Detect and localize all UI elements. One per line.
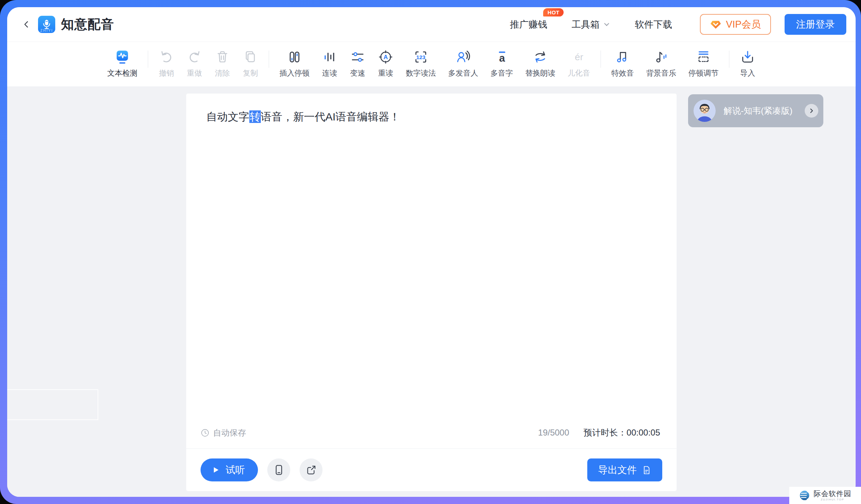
play-icon xyxy=(211,466,220,474)
tool-label: 多发音人 xyxy=(448,68,478,78)
main-area: 自动文字转语音，新一代AI语音编辑器！ 自动保存 19/5000 预计时长：00… xyxy=(7,86,856,497)
document-icon xyxy=(642,465,651,475)
svg-text:ér: ér xyxy=(575,52,583,62)
number-read-icon: 123 xyxy=(413,49,429,65)
tool-text-check[interactable]: 文本检测 xyxy=(101,49,144,78)
tool-insert-pause[interactable]: 插入停顿 xyxy=(273,49,316,78)
nav-item-promo[interactable]: 推广赚钱 HOT xyxy=(510,18,547,31)
estimated-duration: 预计时长：00:00:05 xyxy=(584,427,660,438)
ghost-panel-outline xyxy=(7,389,98,420)
tool-label: 儿化音 xyxy=(568,68,590,78)
chevron-right-icon xyxy=(808,108,815,114)
editor-text: 语音，新一代AI语音编辑器！ xyxy=(261,111,400,123)
tool-label: 导入 xyxy=(740,68,755,78)
tool-label: 多音字 xyxy=(490,68,513,78)
tool-liaison[interactable]: 连读 xyxy=(316,49,344,78)
tool-label: 变速 xyxy=(350,68,365,78)
tool-label: 数字读法 xyxy=(406,68,436,78)
redo-icon xyxy=(187,49,202,65)
logo-subtext: ZHIYI xyxy=(38,29,55,33)
tool-replace-read[interactable]: 替换朗读 xyxy=(519,49,561,78)
tool-label: 重做 xyxy=(187,68,202,78)
share-button[interactable] xyxy=(300,458,323,481)
svg-text:a: a xyxy=(499,52,505,64)
app-window: ZHIYI 知意配音 推广赚钱 HOT 工具箱 软件下载 VIP会员 注册登录 … xyxy=(7,7,856,497)
tool-label: 替换朗读 xyxy=(525,68,555,78)
back-chevron-icon xyxy=(22,20,31,29)
clock-icon xyxy=(201,428,210,437)
tool-bgm[interactable]: 背景音乐 xyxy=(640,49,682,78)
insert-pause-icon xyxy=(287,49,302,65)
export-button[interactable]: 导出文件 xyxy=(587,458,662,481)
listen-button[interactable]: 试听 xyxy=(201,458,258,481)
svg-text:A: A xyxy=(384,54,388,61)
bgm-icon xyxy=(653,49,669,65)
tool-label: 停顿调节 xyxy=(688,68,719,78)
hot-badge: HOT xyxy=(543,8,564,16)
import-icon xyxy=(740,49,756,65)
watermark: 际会软件园 ZUJIHUI.TOP xyxy=(789,487,861,504)
toolbar-divider xyxy=(601,51,601,68)
pause-adjust-icon xyxy=(696,49,711,65)
app-logo: ZHIYI xyxy=(38,16,55,33)
voice-card-chevron-button[interactable] xyxy=(805,104,818,118)
speed-icon xyxy=(350,49,366,65)
vip-gem-icon xyxy=(710,19,721,30)
tool-polyphonic[interactable]: a多音字 xyxy=(484,49,519,78)
tool-label: 重读 xyxy=(378,68,393,78)
editor-text: 自动文字 xyxy=(206,111,249,123)
tool-number-read[interactable]: 123数字读法 xyxy=(400,49,442,78)
editor-text-area[interactable]: 自动文字转语音，新一代AI语音编辑器！ xyxy=(186,94,677,422)
footer-row: 试听 导出文件 xyxy=(186,449,677,491)
watermark-title: 际会软件园 xyxy=(814,490,851,497)
nav-item-download[interactable]: 软件下载 xyxy=(635,18,672,31)
polyphonic-icon: a xyxy=(494,49,510,65)
status-row: 自动保存 19/5000 预计时长：00:00:05 xyxy=(186,422,677,443)
tool-copy: 复制 xyxy=(236,49,264,78)
tool-label: 连读 xyxy=(322,68,337,78)
tool-label: 插入停顿 xyxy=(279,68,310,78)
clear-icon xyxy=(215,49,230,65)
header: ZHIYI 知意配音 推广赚钱 HOT 工具箱 软件下载 VIP会员 注册登录 xyxy=(7,7,856,42)
nav-item-toolbox[interactable]: 工具箱 xyxy=(571,18,610,31)
tool-label: 清除 xyxy=(215,68,230,78)
toolbar-divider xyxy=(148,51,148,68)
tool-import[interactable]: 导入 xyxy=(734,49,762,78)
voice-selector-card[interactable]: 解说-知韦(紧凑版) xyxy=(688,94,823,127)
phone-icon xyxy=(272,463,285,476)
sfx-icon xyxy=(615,49,631,65)
voice-name: 解说-知韦(紧凑版) xyxy=(724,105,805,117)
tool-undo: 撤销 xyxy=(152,49,180,78)
liaison-icon xyxy=(322,49,338,65)
tool-sfx[interactable]: 特效音 xyxy=(605,49,640,78)
watermark-domain: ZUJIHUI.TOP xyxy=(821,498,844,501)
erhua-icon: ér xyxy=(571,49,587,65)
globe-logo-icon xyxy=(799,489,811,501)
editor-panel: 自动文字转语音，新一代AI语音编辑器！ 自动保存 19/5000 预计时长：00… xyxy=(186,94,677,491)
tool-multi-speaker[interactable]: 多发音人 xyxy=(442,49,484,78)
tool-redo: 重做 xyxy=(180,49,208,78)
tool-pause-adjust[interactable]: 停顿调节 xyxy=(682,49,725,78)
replace-read-icon xyxy=(532,49,548,65)
tool-label: 复制 xyxy=(243,68,258,78)
text-check-icon xyxy=(114,49,130,65)
back-button[interactable] xyxy=(19,17,34,32)
char-count: 19/5000 xyxy=(538,428,569,438)
tool-label: 特效音 xyxy=(611,68,634,78)
vip-button[interactable]: VIP会员 xyxy=(700,14,771,35)
tool-label: 背景音乐 xyxy=(646,68,676,78)
tool-emphasis[interactable]: A重读 xyxy=(372,49,400,78)
mobile-preview-button[interactable] xyxy=(267,458,290,481)
undo-icon xyxy=(159,49,174,65)
chevron-down-icon xyxy=(603,21,610,28)
emphasis-icon: A xyxy=(378,49,394,65)
multi-speaker-icon xyxy=(455,49,471,65)
tool-speed[interactable]: 变速 xyxy=(344,49,372,78)
tool-label: 撤销 xyxy=(159,68,174,78)
page-title: 知意配音 xyxy=(61,16,114,33)
login-button[interactable]: 注册登录 xyxy=(785,14,846,35)
copy-icon xyxy=(243,49,258,65)
tool-erhua: ér儿化音 xyxy=(561,49,596,78)
share-icon xyxy=(305,464,317,476)
toolbar-divider xyxy=(729,51,729,68)
